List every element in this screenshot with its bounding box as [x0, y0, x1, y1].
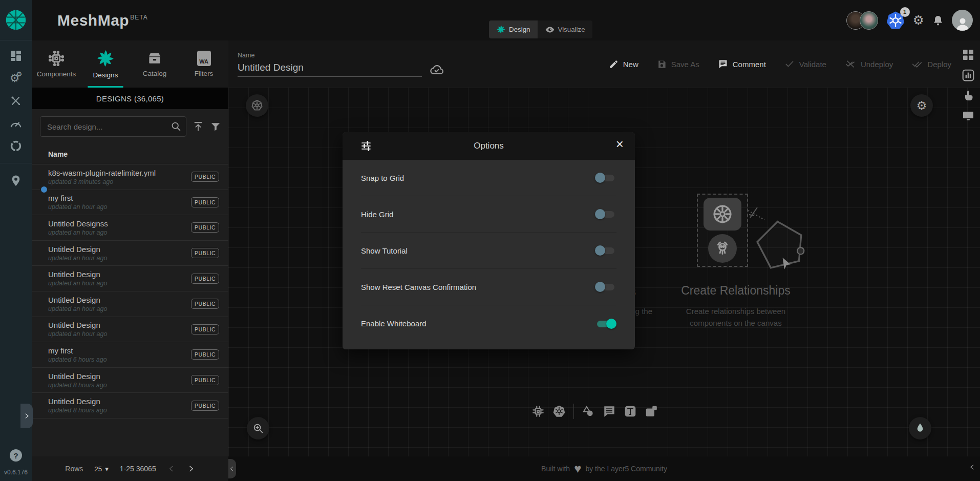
design-list-item[interactable]: my first updated an hour ago PUBLIC — [32, 190, 228, 216]
tab-design-label: Design — [509, 26, 530, 33]
design-updated: updated an hour ago — [48, 305, 107, 312]
design-list-item[interactable]: k8s-wasm-plugin-ratelimiter.yml updated … — [32, 164, 228, 190]
meshmap-spiral-icon — [496, 25, 506, 34]
tab-visualize[interactable]: Visualize — [538, 20, 592, 38]
tutorial-components-group — [697, 194, 748, 267]
option-toggle[interactable] — [595, 208, 616, 220]
shapes-tool-icon[interactable] — [582, 405, 595, 418]
design-list-item[interactable]: Untitled Design updated an hour ago PUBL… — [32, 266, 228, 291]
undeploy-button[interactable]: Undeploy — [845, 59, 893, 69]
visibility-badge: PUBLIC — [191, 172, 219, 182]
lifecycle-gears-icon[interactable]: ⚙⚙ — [10, 73, 22, 84]
avatar[interactable] — [860, 11, 878, 30]
chevron-down-icon: ▾ — [105, 465, 109, 473]
option-toggle[interactable] — [595, 318, 616, 329]
option-toggle[interactable] — [595, 281, 616, 292]
zoom-in-icon[interactable] — [247, 417, 269, 440]
eye-icon — [545, 25, 555, 35]
tab-designs[interactable]: Designs — [81, 40, 130, 88]
meshmap-spiral-icon — [96, 49, 115, 68]
service-node-icon — [708, 234, 737, 263]
tab-catalog-label: Catalog — [143, 70, 167, 77]
close-icon[interactable]: × — [616, 137, 624, 151]
dashboard-icon[interactable] — [10, 50, 22, 62]
rows-per-page-select[interactable]: 25 ▾ — [94, 465, 109, 473]
right-tool-rail — [962, 49, 975, 122]
text-tool-icon[interactable] — [624, 405, 637, 418]
layer5-logo[interactable] — [0, 0, 32, 40]
validate-label: Validate — [799, 60, 826, 69]
design-info: my first updated 6 hours ago — [48, 346, 107, 363]
toolkit-icon[interactable] — [10, 95, 22, 107]
next-page-icon[interactable] — [187, 465, 195, 473]
drawer-icon — [147, 51, 162, 66]
tab-filters[interactable]: WA Filters — [179, 40, 228, 88]
pagination-bar: Rows 25 ▾ 1-25 36065 — [32, 456, 228, 481]
comment-tool-icon[interactable] — [603, 405, 616, 418]
design-name: Untitled Design — [48, 372, 107, 381]
design-list-item[interactable]: Untitled Design updated an hour ago PUBL… — [32, 291, 228, 317]
design-list-item[interactable]: my first updated 6 hours ago PUBLIC — [32, 342, 228, 368]
collapse-right-icon[interactable] — [969, 464, 976, 471]
deploy-button[interactable]: Deploy — [911, 59, 951, 69]
design-updated: updated 3 minutes ago — [48, 178, 156, 185]
filter-funnel-icon[interactable] — [210, 121, 221, 132]
design-info: Untitled Design updated an hour ago — [48, 321, 107, 338]
toggle-knob — [595, 173, 605, 183]
design-list-item[interactable]: Untitled Design updated 8 hours ago PUBL… — [32, 368, 228, 393]
search-input[interactable] — [40, 116, 186, 137]
chart-panel-icon[interactable] — [962, 69, 975, 82]
help-icon[interactable]: ? — [10, 449, 22, 462]
design-list-item[interactable]: Untitled Designss updated an hour ago PU… — [32, 215, 228, 241]
design-name-input[interactable] — [238, 61, 422, 77]
design-name: k8s-wasm-plugin-ratelimiter.yml — [48, 169, 156, 177]
import-design-icon[interactable] — [193, 121, 204, 132]
notifications-bell-icon[interactable] — [932, 14, 944, 27]
user-avatar[interactable] — [952, 10, 973, 31]
toggle-knob — [606, 319, 616, 329]
comment-button[interactable]: Comment — [718, 59, 766, 69]
kubernetes-tool-icon[interactable] — [552, 405, 566, 418]
rows-label: Rows — [65, 465, 83, 473]
design-info: Untitled Design updated an hour ago — [48, 270, 107, 287]
search-icon — [171, 121, 181, 132]
panel-tabs: Components Designs Catalog WA Filters — [32, 40, 228, 88]
design-list-item[interactable]: Untitled Design updated an hour ago PUBL… — [32, 241, 228, 266]
validate-button[interactable]: Validate — [784, 59, 826, 69]
app-brand: MeshMap BETA — [57, 12, 148, 29]
whiteboard-pen-icon[interactable] — [909, 417, 931, 440]
design-name-field: Name — [238, 52, 422, 77]
k8s-context-canvas-icon[interactable] — [246, 94, 268, 117]
tab-design[interactable]: Design — [489, 20, 538, 38]
extensions-icon[interactable] — [10, 140, 22, 152]
option-toggle[interactable] — [595, 172, 616, 183]
settings-gear-icon[interactable]: ⚙ — [913, 14, 924, 27]
collaborator-avatars[interactable] — [846, 11, 878, 30]
design-info: Untitled Design updated 8 hours ago — [48, 397, 107, 414]
interaction-hand-icon[interactable] — [962, 90, 974, 102]
meshmap-pin-icon[interactable] — [10, 174, 22, 187]
screen-icon[interactable] — [962, 110, 974, 122]
design-list-item[interactable]: Untitled Design updated an hour ago PUBL… — [32, 317, 228, 343]
performance-gauge-icon[interactable] — [9, 118, 23, 129]
save-as-button[interactable]: Save As — [657, 59, 699, 69]
active-tab-underline — [88, 86, 123, 88]
app-version: v0.6.176 — [4, 469, 28, 476]
app-title: MeshMap — [57, 12, 129, 29]
tab-catalog[interactable]: Catalog — [130, 40, 179, 88]
grid-view-icon[interactable] — [962, 49, 974, 61]
new-button[interactable]: New — [609, 59, 638, 69]
prev-page-icon[interactable] — [167, 465, 176, 473]
option-toggle[interactable] — [595, 245, 616, 256]
media-tool-icon[interactable] — [645, 405, 658, 418]
option-label: Show Reset Canvas Confirmation — [361, 283, 476, 291]
sidebar-expander[interactable] — [20, 404, 33, 428]
collapse-panel-icon[interactable] — [227, 459, 236, 478]
canvas-settings-gear-icon[interactable]: ⚙ — [910, 94, 933, 117]
kubernetes-context[interactable]: 1 — [886, 11, 905, 30]
deploy-label: Deploy — [927, 60, 951, 69]
design-toolbar: Name New Save As Comment Validate Undepl… — [228, 40, 980, 88]
components-chip-tool-icon[interactable] — [531, 405, 545, 418]
tab-components[interactable]: Components — [32, 40, 81, 88]
design-list-item[interactable]: Untitled Design updated 8 hours ago PUBL… — [32, 393, 228, 419]
